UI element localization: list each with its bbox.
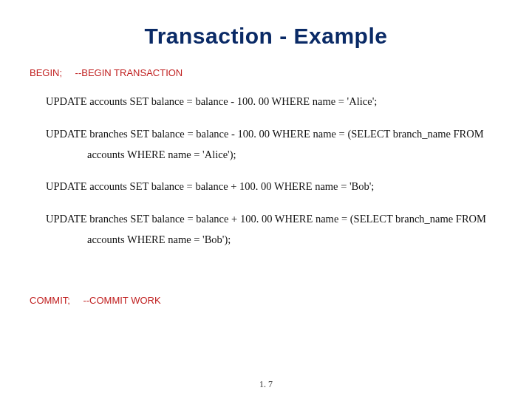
commit-comment: --COMMIT WORK: [83, 295, 160, 306]
sql-statement-4: UPDATE branches SET balance = balance + …: [46, 211, 502, 248]
begin-keyword: BEGIN;: [30, 67, 62, 78]
sql-line-indent: accounts WHERE name = 'Bob');: [87, 232, 502, 248]
sql-line: UPDATE branches SET balance = balance - …: [46, 128, 484, 140]
page-title: Transaction - Example: [30, 24, 502, 49]
begin-line: BEGIN; --BEGIN TRANSACTION: [30, 65, 502, 81]
begin-comment: --BEGIN TRANSACTION: [75, 67, 183, 78]
commit-line: COMMIT; --COMMIT WORK: [30, 293, 502, 308]
sql-statement-3: UPDATE accounts SET balance = balance + …: [46, 179, 502, 195]
sql-statement-1: UPDATE accounts SET balance = balance - …: [46, 94, 502, 110]
sql-line-indent: accounts WHERE name = 'Alice');: [87, 147, 502, 163]
slide-content: BEGIN; --BEGIN TRANSACTION UPDATE accoun…: [30, 65, 502, 308]
sql-line: UPDATE branches SET balance = balance + …: [46, 213, 486, 225]
commit-keyword: COMMIT;: [30, 295, 70, 306]
page-number: 1. 7: [0, 379, 532, 390]
slide: Transaction - Example BEGIN; --BEGIN TRA…: [0, 0, 532, 399]
sql-statement-2: UPDATE branches SET balance = balance - …: [46, 126, 502, 163]
